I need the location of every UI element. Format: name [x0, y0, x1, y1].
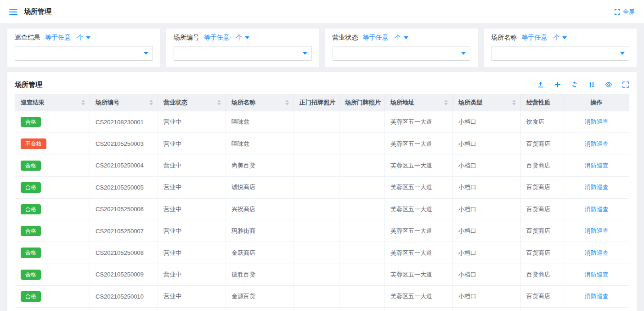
column-header-label: 巡查结果 [21, 99, 45, 106]
column-header-nature: 经营性质 [521, 94, 564, 111]
column-sort-icon[interactable] [444, 100, 448, 105]
inspection-result-badge: 合格 [21, 161, 41, 171]
fire-inspection-link[interactable]: 消防巡查 [585, 293, 609, 299]
filter-bar: 巡查结果 等于任意一个 场所编号 等于任意一个 营业状态 [7, 29, 637, 67]
cell-door_photo [339, 242, 385, 264]
filter-head: 场所编号 等于任意一个 [174, 34, 312, 42]
chevron-down-icon[interactable] [303, 52, 307, 55]
column-sort-icon[interactable] [217, 100, 221, 105]
refresh-icon[interactable] [571, 81, 578, 88]
cell-result: 合格 [15, 220, 90, 242]
venue-management-panel: 场所管理 [7, 72, 637, 311]
column-header-status[interactable]: 营业状态 [158, 94, 226, 111]
cell-code: CS202105250011 [90, 307, 158, 311]
chevron-down-icon[interactable] [461, 52, 466, 55]
fire-inspection-link[interactable]: 消防巡查 [585, 184, 609, 190]
cell-result: 合格 [15, 177, 90, 198]
cell-result: 合格 [15, 307, 90, 311]
fire-inspection-link[interactable]: 消防巡查 [585, 140, 609, 147]
page-title: 场所管理 [24, 7, 51, 16]
cell-name: 德胜百货 [226, 264, 294, 285]
fire-inspection-link[interactable]: 消防巡查 [585, 271, 609, 278]
column-header-code[interactable]: 场所编号 [90, 94, 158, 111]
inspection-result-badge: 合格 [21, 248, 41, 258]
cell-action: 消防巡查 [564, 111, 629, 133]
cell-address: 芙蓉区五一大道 [385, 286, 453, 307]
cell-action: 消防巡查 [564, 133, 629, 155]
table-row: 合格CS202105250008营业中金跃商店芙蓉区五一大道小档口百货商店消防巡… [15, 242, 629, 264]
export-icon[interactable] [537, 81, 544, 88]
cell-address: 芙蓉区五一大道 [385, 133, 453, 155]
filter-operator-button[interactable]: 等于任意一个 [521, 34, 567, 42]
table-row: 合格CS202105250005营业中诚悦商店芙蓉区五一大道小档口百货商店消防巡… [15, 177, 629, 198]
cell-door_photo [339, 286, 385, 307]
column-header-door_photo: 场所门牌照片 [339, 94, 385, 111]
fire-inspection-link[interactable]: 消防巡查 [585, 227, 609, 234]
filter-head: 巡查结果 等于任意一个 [15, 34, 153, 42]
table-fullscreen-icon[interactable] [622, 81, 629, 88]
column-sort-icon[interactable] [149, 100, 153, 105]
cell-name: 时代商店 [226, 307, 294, 311]
cell-code: CS202105250006 [90, 198, 158, 220]
cell-address: 芙蓉区五一大道 [385, 264, 453, 285]
filter-operator-label: 等于任意一个 [363, 34, 401, 42]
column-header-result[interactable]: 巡查结果 [15, 94, 90, 111]
filter-operator-button[interactable]: 等于任意一个 [204, 34, 249, 42]
cell-address: 芙蓉区五一大道 [385, 307, 453, 311]
cell-code: CS202105250007 [90, 220, 158, 242]
filter-select-input[interactable] [333, 46, 471, 61]
cell-type: 小档口 [453, 220, 521, 242]
cell-action: 消防巡查 [564, 177, 629, 198]
cell-code: CS202105250004 [90, 155, 158, 176]
caret-down-icon [86, 36, 90, 39]
panel-toolbar [537, 81, 629, 88]
fire-inspection-link[interactable]: 消防巡查 [585, 249, 609, 256]
cell-front_photo [294, 198, 339, 220]
chevron-down-icon[interactable] [144, 52, 148, 55]
menu-toggle-icon[interactable] [9, 9, 17, 15]
column-header-address[interactable]: 场所地址 [385, 94, 453, 111]
filter-select-input[interactable] [491, 46, 629, 61]
fire-inspection-link[interactable]: 消防巡查 [585, 206, 609, 213]
cell-type: 小档口 [453, 133, 521, 155]
fire-inspection-link[interactable]: 消防巡查 [585, 118, 609, 125]
table-row: 合格CS202105250009营业中德胜百货芙蓉区五一大道小档口百货商店消防巡… [15, 264, 629, 285]
inspection-result-badge: 合格 [21, 270, 41, 280]
cell-address: 芙蓉区五一大道 [385, 155, 453, 176]
visibility-icon[interactable] [605, 81, 612, 88]
cell-status: 营业中 [158, 264, 226, 285]
filter-label: 巡查结果 [15, 34, 40, 42]
cell-status: 营业中 [158, 155, 226, 176]
cell-name: 金源百货 [226, 286, 294, 307]
column-header-name[interactable]: 场所名称 [226, 94, 294, 111]
column-sort-icon[interactable] [512, 100, 516, 105]
venue-table: 巡查结果场所编号营业状态场所名称正门招牌照片场所门牌照片场所地址场所类型经营性质… [15, 94, 629, 311]
filter-operator-button[interactable]: 等于任意一个 [45, 34, 90, 42]
column-sort-icon[interactable] [285, 100, 289, 105]
fullscreen-button[interactable]: 全屏 [614, 8, 635, 16]
column-header-front_photo: 正门招牌照片 [294, 94, 339, 111]
fire-inspection-link[interactable]: 消防巡查 [585, 162, 609, 169]
column-header-label: 营业状态 [164, 99, 187, 106]
filter-head: 场所名称 等于任意一个 [491, 34, 629, 42]
cell-code: CS202105250005 [90, 177, 158, 198]
add-icon[interactable] [554, 81, 561, 88]
filter-card: 场所名称 等于任意一个 [484, 29, 637, 67]
filter-operator-button[interactable]: 等于任意一个 [363, 34, 408, 42]
filter-operator-label: 等于任意一个 [204, 34, 243, 42]
chevron-down-icon[interactable] [620, 52, 625, 55]
sort-icon[interactable] [588, 81, 595, 88]
filter-select [333, 46, 471, 61]
column-sort-icon[interactable] [81, 100, 85, 105]
filter-label: 营业状态 [333, 34, 358, 42]
filter-select-input[interactable] [15, 46, 153, 61]
cell-name: 金跃商店 [226, 242, 294, 264]
column-header-label: 场所名称 [232, 99, 255, 106]
column-header-type[interactable]: 场所类型 [453, 94, 521, 111]
cell-status: 营业中 [158, 242, 226, 264]
filter-head: 营业状态 等于任意一个 [333, 34, 471, 42]
cell-nature: 百货商店 [521, 307, 564, 311]
filter-select-input[interactable] [174, 46, 312, 61]
cell-door_photo [339, 307, 385, 311]
cell-name: 嘻味兹 [226, 111, 294, 133]
